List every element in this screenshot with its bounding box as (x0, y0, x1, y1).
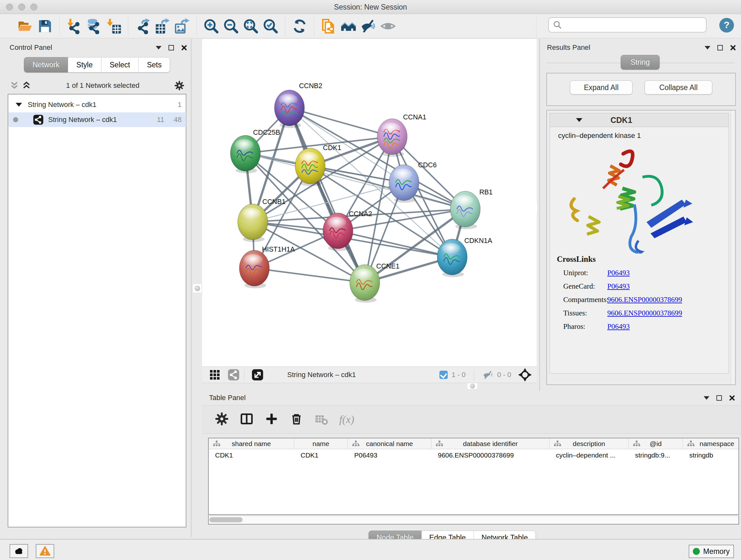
collapse-protein-icon[interactable] (576, 118, 583, 122)
hide-selected-icon[interactable] (358, 16, 378, 36)
save-session-icon[interactable] (35, 16, 55, 36)
network-node-HIST1H1A[interactable]: HIST1H1A (239, 246, 295, 288)
help-icon[interactable]: ? (719, 18, 734, 33)
warnings-button[interactable] (36, 544, 54, 558)
left-splitter-handle[interactable] (192, 284, 202, 293)
network-node-CDC25B[interactable]: CDC25B (230, 129, 280, 173)
zoom-out-icon[interactable] (221, 16, 241, 36)
network-node-CCNB2[interactable]: CCNB2 (274, 82, 322, 128)
string-home-icon[interactable] (339, 16, 358, 36)
show-all-icon[interactable] (378, 16, 398, 36)
toolbar-separator (314, 16, 314, 36)
column-header-@id[interactable]: @id (629, 438, 683, 449)
tab-network[interactable]: Network (24, 57, 68, 72)
column-header-description[interactable]: description (549, 438, 629, 449)
panel-close-icon[interactable] (181, 45, 187, 51)
bottom-splitter-handle[interactable] (467, 382, 478, 389)
column-header-namespace[interactable]: namespace (683, 438, 739, 449)
tab-style[interactable]: Style (68, 57, 101, 72)
tab-sets[interactable]: Sets (138, 57, 170, 72)
results-scrollbar[interactable] (731, 111, 734, 384)
export-image-icon[interactable] (172, 16, 192, 36)
node-table[interactable]: shared namenamecanonical namedatabase id… (208, 438, 739, 515)
network-node-CDK1[interactable]: CDK1 (295, 144, 341, 186)
network-node-CDKN1A[interactable]: CDKN1A (437, 237, 492, 277)
memory-button[interactable]: Memory (689, 545, 734, 558)
network-collection-row[interactable]: String Network – cdk1 1 (9, 98, 186, 111)
node-label: HIST1H1A (262, 246, 295, 253)
hidden-eye-icon (482, 369, 493, 380)
collapse-all-button[interactable]: Collapse All (645, 80, 712, 95)
network-share-icon (33, 114, 44, 125)
column-header-name[interactable]: name (294, 438, 348, 449)
detach-view-icon[interactable] (252, 369, 264, 381)
panel-collapse-icon[interactable] (704, 46, 711, 50)
network-node-CCNE1[interactable]: CCNE1 (350, 262, 400, 303)
scrollbar-thumb[interactable] (209, 517, 243, 522)
panel-collapse-icon[interactable] (704, 396, 710, 400)
zoom-in-icon[interactable] (201, 16, 221, 36)
crosslink-link[interactable]: 9606.ENSP00000378699 (607, 296, 682, 304)
crosslink-link[interactable]: P06493 (607, 322, 630, 331)
zoom-selected-icon[interactable] (261, 16, 280, 36)
network-row-selected[interactable]: String Network – cdk1 11 48 (9, 112, 186, 127)
selected-counts: 1 - 0 (452, 371, 466, 379)
expand-all-button[interactable]: Expand All (570, 80, 632, 95)
table-settings-icon[interactable] (215, 412, 229, 427)
birds-eye-view-icon[interactable] (518, 368, 532, 381)
create-column-icon[interactable] (265, 412, 279, 427)
network-node-RB1[interactable]: RB1 (450, 188, 493, 229)
crosslink-link[interactable]: P06493 (607, 282, 630, 291)
warning-icon (40, 546, 51, 557)
import-network-icon[interactable] (64, 16, 84, 36)
network-badge-icon[interactable] (227, 369, 240, 381)
protein-header[interactable]: CDK1 (549, 113, 729, 127)
crosslink-label: Tissues: (557, 309, 607, 317)
export-table-icon[interactable] (152, 16, 172, 36)
search-field[interactable] (548, 17, 706, 33)
column-header-canonical-name[interactable]: canonical name (348, 438, 431, 449)
hierarchy-icon (352, 441, 359, 447)
selected-checkbox-icon[interactable] (440, 371, 448, 379)
search-input[interactable] (562, 21, 696, 29)
network-canvas[interactable]: CCNB2CCNA1CDC25BCDK1CDC6RB1CCNB1CCNA2CDK… (202, 39, 537, 367)
hierarchy-icon (633, 441, 640, 447)
crosslink-link[interactable]: 9606.ENSP00000378699 (607, 309, 682, 317)
zoom-fit-icon[interactable] (241, 16, 261, 36)
network-edge (338, 231, 452, 257)
delete-columns-icon[interactable] (289, 412, 304, 427)
network-view-toolbar: String Network – cdk1 1 - 0 0 - 0 (202, 367, 537, 383)
panel-close-icon[interactable] (729, 395, 735, 401)
tree-expander-icon[interactable] (16, 103, 22, 107)
export-network-icon[interactable] (133, 16, 152, 36)
expand-all-icon[interactable] (22, 81, 31, 90)
network-node-CCNA1[interactable]: CCNA1 (377, 113, 426, 157)
network-node-CDC6[interactable]: CDC6 (389, 161, 437, 203)
column-header-shared-name[interactable]: shared name (209, 438, 294, 449)
column-header-database-identifier[interactable]: database identifier (431, 438, 549, 449)
network-options-gear-icon[interactable] (174, 80, 185, 91)
crosslinks-section: CrossLinks Uniprot:P06493GeneCard:P06493… (557, 255, 682, 331)
crosslink-row: Pharos:P06493 (557, 322, 682, 331)
refresh-icon[interactable] (290, 16, 310, 36)
panel-float-icon[interactable] (169, 45, 174, 51)
collapse-all-icon[interactable] (10, 81, 19, 90)
cloud-status-button[interactable] (10, 544, 28, 558)
tab-select[interactable]: Select (102, 57, 139, 72)
table-horizontal-scrollbar[interactable] (208, 516, 739, 524)
crosslink-link[interactable]: P06493 (607, 269, 630, 277)
node-label: CCNB1 (262, 198, 286, 206)
panel-float-icon[interactable] (718, 45, 723, 51)
panel-float-icon[interactable] (717, 395, 722, 401)
tab-string[interactable]: String (621, 55, 660, 70)
table-row[interactable]: CDK1CDK1P064939606.ENSP00000378699cyclin… (209, 449, 739, 461)
panel-collapse-icon[interactable] (156, 46, 161, 50)
clone-network-icon[interactable] (319, 16, 339, 36)
grid-view-icon[interactable] (209, 369, 220, 381)
import-database-icon[interactable] (84, 16, 104, 36)
show-columns-icon[interactable] (240, 412, 254, 427)
panel-close-icon[interactable] (730, 45, 736, 51)
import-table-icon[interactable] (104, 16, 124, 36)
results-panel: Results Panel String Expand All Collapse… (539, 39, 741, 391)
open-session-icon[interactable] (15, 16, 35, 36)
